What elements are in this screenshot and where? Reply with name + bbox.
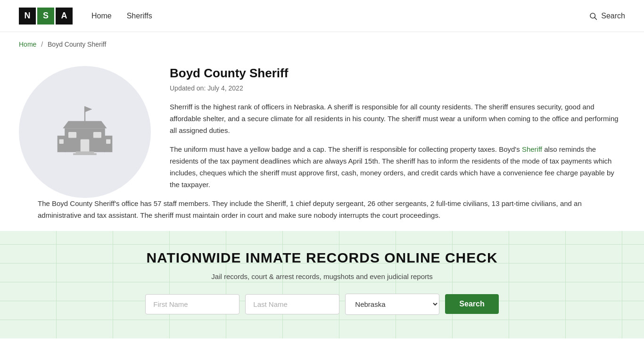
sheriff-title: Boyd County Sheriff	[170, 66, 625, 81]
updated-on: Updated on: July 4, 2022	[170, 84, 625, 92]
inmate-records-section: NATIONWIDE INMATE RECORDS ONLINE CHECK J…	[0, 231, 644, 338]
sheriff-building-icon	[47, 99, 123, 165]
svg-rect-6	[81, 140, 90, 152]
svg-rect-8	[93, 132, 101, 138]
sheriff-para2: The uniform must have a yellow badge and…	[170, 144, 625, 190]
inmate-form: NebraskaAlabamaAlaskaArizonaArkansasCali…	[19, 294, 625, 315]
search-label: Search	[601, 12, 625, 20]
svg-rect-12	[104, 136, 112, 152]
svg-rect-13	[59, 140, 64, 144]
svg-marker-4	[63, 121, 107, 129]
svg-rect-9	[76, 151, 94, 153]
logo-n: N	[19, 8, 36, 25]
logo-a: A	[56, 8, 73, 25]
site-logo: N S A	[19, 8, 73, 25]
sheriff-description: Sherriff is the highest rank of officers…	[170, 101, 625, 190]
svg-rect-10	[73, 153, 97, 155]
state-select[interactable]: NebraskaAlabamaAlaskaArizonaArkansasCali…	[345, 294, 439, 315]
search-button[interactable]: Search	[445, 294, 498, 314]
header-search-button[interactable]: Search	[589, 12, 625, 20]
search-icon	[589, 12, 597, 20]
svg-rect-14	[106, 140, 110, 144]
svg-rect-11	[58, 136, 66, 152]
svg-line-1	[595, 17, 597, 19]
main-content: Boyd County Sheriff Updated on: July 4, …	[0, 57, 644, 222]
sheriff-info: Boyd County Sheriff Updated on: July 4, …	[170, 66, 625, 198]
breadcrumb-current: Boyd County Sheriff	[48, 41, 106, 48]
sheriff-para3: The Boyd County Sheriff's office has 57 …	[19, 198, 625, 222]
inmate-section-subtitle: Jail records, court & arrest records, mu…	[19, 272, 625, 280]
sheriff-para2-prefix: The uniform must have a yellow badge and…	[170, 145, 522, 153]
sheriff-para1: Sherriff is the highest rank of officers…	[170, 101, 625, 136]
sheriff-image	[19, 66, 151, 198]
nav-sheriffs[interactable]: Sheriffs	[127, 12, 152, 20]
sheriff-link[interactable]: Sheriff	[522, 145, 542, 153]
site-header: N S A Home Sheriffs Search	[0, 0, 644, 32]
logo-s: S	[37, 8, 54, 25]
inmate-section-title: NATIONWIDE INMATE RECORDS ONLINE CHECK	[19, 250, 625, 266]
last-name-input[interactable]	[245, 294, 339, 314]
sheriff-section: Boyd County Sheriff Updated on: July 4, …	[19, 66, 625, 198]
breadcrumb-separator: /	[41, 41, 43, 48]
svg-rect-7	[68, 132, 76, 138]
breadcrumb-home[interactable]: Home	[19, 41, 36, 48]
nav-home[interactable]: Home	[91, 12, 112, 20]
main-nav: Home Sheriffs	[91, 12, 152, 20]
first-name-input[interactable]	[145, 294, 239, 314]
breadcrumb: Home / Boyd County Sheriff	[0, 32, 644, 57]
svg-marker-3	[85, 107, 92, 112]
